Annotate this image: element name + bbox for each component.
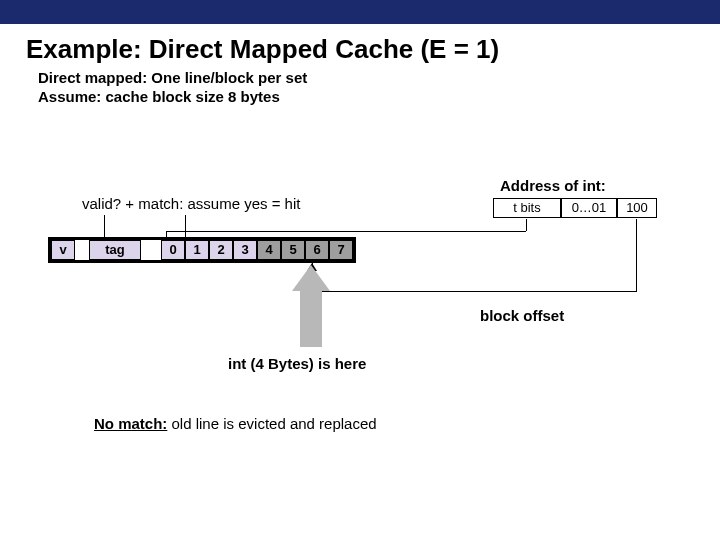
cache-line-row: v tag 0 1 2 3 4 5 6 7 bbox=[48, 237, 356, 263]
connector-tbits-vert bbox=[526, 219, 527, 231]
byte-cell: 0 bbox=[161, 240, 185, 260]
byte-cell-highlight: 7 bbox=[329, 240, 353, 260]
address-row: t bits 0…01 100 bbox=[492, 197, 658, 219]
no-match-rest: old line is evicted and replaced bbox=[167, 415, 376, 432]
no-match-label: No match: bbox=[94, 415, 167, 432]
connector-boff-vert bbox=[636, 219, 637, 291]
big-arrow-up-icon bbox=[296, 265, 326, 347]
tag-field: tag bbox=[89, 240, 141, 260]
byte-cell: 3 bbox=[233, 240, 257, 260]
valid-field: v bbox=[51, 240, 75, 260]
subtitle-line-2: Assume: cache block size 8 bytes bbox=[0, 88, 720, 107]
block-offset-label: block offset bbox=[480, 307, 564, 324]
connector-tbits-drop bbox=[166, 231, 167, 237]
gap bbox=[141, 240, 161, 260]
connector-boff-horiz bbox=[312, 291, 637, 292]
slide-topbar bbox=[0, 0, 720, 24]
address-set-bits: 0…01 bbox=[561, 198, 617, 218]
diagram-canvas: valid? + match: assume yes = hit v tag 0… bbox=[0, 107, 720, 537]
match-label: match: assume yes = hit bbox=[138, 195, 300, 212]
valid-label: valid? bbox=[82, 195, 121, 212]
no-match-text: No match: old line is evicted and replac… bbox=[94, 415, 377, 432]
slide-title: Example: Direct Mapped Cache (E = 1) bbox=[0, 24, 720, 69]
address-title: Address of int: bbox=[500, 177, 606, 194]
address-block-bits: 100 bbox=[617, 198, 657, 218]
subtitle-line-1: Direct mapped: One line/block per set bbox=[0, 69, 720, 88]
byte-cell: 2 bbox=[209, 240, 233, 260]
gap bbox=[75, 240, 89, 260]
byte-cell-highlight: 4 bbox=[257, 240, 281, 260]
cache-line-outline: v tag 0 1 2 3 4 5 6 7 bbox=[48, 237, 356, 263]
byte-cell: 1 bbox=[185, 240, 209, 260]
plus-label: + bbox=[121, 195, 138, 212]
tick-to-valid bbox=[104, 215, 105, 237]
connector-tbits-horiz bbox=[166, 231, 526, 232]
hit-condition-text: valid? + match: assume yes = hit bbox=[82, 195, 300, 212]
int-here-label: int (4 Bytes) is here bbox=[228, 355, 366, 372]
address-tag-bits: t bits bbox=[493, 198, 561, 218]
byte-cell-highlight: 6 bbox=[305, 240, 329, 260]
byte-cell-highlight: 5 bbox=[281, 240, 305, 260]
tick-to-tag bbox=[185, 215, 186, 237]
